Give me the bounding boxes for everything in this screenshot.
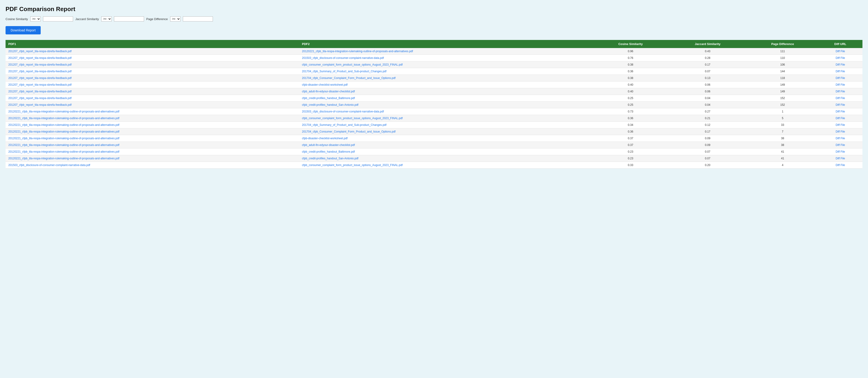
diff-file-link[interactable]: Diff File <box>836 56 845 60</box>
diff-file-link[interactable]: Diff File <box>836 63 845 66</box>
cell-diff-url[interactable]: Diff File <box>818 115 863 122</box>
cell-pdf2[interactable]: 201704_cfpb_Consumer_Complaint_Form_Prod… <box>299 128 593 135</box>
cell-pdf2[interactable]: cfpb_consumer_complaint_form_product_iss… <box>299 61 593 68</box>
cell-diff-url[interactable]: Diff File <box>818 128 863 135</box>
cell-diff-url[interactable]: Diff File <box>818 135 863 142</box>
cell-pdf2[interactable]: 20120221_cfpb_tila-respa-integration-rul… <box>299 48 593 55</box>
cell-pdf2[interactable]: cfpb_credit-profiles_handout_San-Antonio… <box>299 155 593 162</box>
diff-file-link[interactable]: Diff File <box>836 83 845 87</box>
cell-diff-url[interactable]: Diff File <box>818 142 863 148</box>
jaccard-operator-select[interactable]: >= <= = > < <box>101 16 112 22</box>
cell-pdf1[interactable]: 201207_cfpb_report_tila-respa-sbrefa-fee… <box>5 95 299 102</box>
diff-file-link[interactable]: Diff File <box>836 150 845 153</box>
table-row: 201207_cfpb_report_tila-respa-sbrefa-fee… <box>5 81 863 88</box>
cell-pdf1[interactable]: 201207_cfpb_report_tila-respa-sbrefa-fee… <box>5 68 299 75</box>
cosine-value-input[interactable] <box>43 16 73 22</box>
header-diff-url: Diff URL <box>818 40 863 48</box>
diff-file-link[interactable]: Diff File <box>836 49 845 53</box>
cell-diff-url[interactable]: Diff File <box>818 75 863 81</box>
cell-pdf2[interactable]: cfpb-disaster-checklist-worksheet.pdf <box>299 135 593 142</box>
cell-pdf1[interactable]: 20120221_cfpb_tila-respa-integration-rul… <box>5 155 299 162</box>
diff-file-link[interactable]: Diff File <box>836 97 845 100</box>
cell-pdf1[interactable]: 20120221_cfpb_tila-respa-integration-rul… <box>5 122 299 128</box>
cell-page-diff: 4 <box>747 162 818 169</box>
cell-pdf2[interactable]: 201503_cfpb_disclosure-of-consumer-compl… <box>299 108 593 115</box>
cell-pdf2[interactable]: cfpb_credit-profiles_handout_Baltimore.p… <box>299 148 593 155</box>
cell-pdf2[interactable]: 201704_cfpb_Summary_of_Product_and_Sub-p… <box>299 68 593 75</box>
download-report-button[interactable]: Download Report <box>5 26 41 34</box>
diff-file-link[interactable]: Diff File <box>836 103 845 106</box>
cell-pdf1[interactable]: 201207_cfpb_report_tila-respa-sbrefa-fee… <box>5 61 299 68</box>
cell-jaccard: 0.20 <box>668 162 747 169</box>
diff-file-link[interactable]: Diff File <box>836 76 845 80</box>
cell-diff-url[interactable]: Diff File <box>818 81 863 88</box>
cell-pdf2[interactable]: 201704_cfpb_Summary_of_Product_and_Sub-p… <box>299 122 593 128</box>
cell-pdf2[interactable]: cfpb-disaster-checklist-worksheet.pdf <box>299 81 593 88</box>
header-pdf2: PDF2 <box>299 40 593 48</box>
page-diff-operator-select[interactable]: >= <= = > < <box>170 16 181 22</box>
diff-file-link[interactable]: Diff File <box>836 110 845 113</box>
cell-cosine: 0.37 <box>593 135 668 142</box>
cell-pdf2[interactable]: cfpb_consumer_complaint_form_product_iss… <box>299 115 593 122</box>
cell-cosine: 0.23 <box>593 148 668 155</box>
cell-diff-url[interactable]: Diff File <box>818 162 863 169</box>
cell-pdf1[interactable]: 20120221_cfpb_tila-respa-integration-rul… <box>5 108 299 115</box>
cell-pdf1[interactable]: 201207_cfpb_report_tila-respa-sbrefa-fee… <box>5 88 299 95</box>
cell-page-diff: 149 <box>747 81 818 88</box>
cell-diff-url[interactable]: Diff File <box>818 148 863 155</box>
diff-file-link[interactable]: Diff File <box>836 90 845 93</box>
cell-pdf1[interactable]: 20120221_cfpb_tila-respa-integration-rul… <box>5 142 299 148</box>
cell-jaccard: 0.27 <box>668 108 747 115</box>
table-row: 201207_cfpb_report_tila-respa-sbrefa-fee… <box>5 102 863 108</box>
cell-pdf2[interactable]: 201704_cfpb_Consumer_Complaint_Form_Prod… <box>299 75 593 81</box>
cell-cosine: 0.23 <box>593 155 668 162</box>
cell-page-diff: 41 <box>747 148 818 155</box>
cell-diff-url[interactable]: Diff File <box>818 108 863 115</box>
cell-pdf1[interactable]: 20120221_cfpb_tila-respa-integration-rul… <box>5 115 299 122</box>
cell-pdf2[interactable]: cfpb_adult-fin-edyour-disaster-checklist… <box>299 88 593 95</box>
cell-jaccard: 0.06 <box>668 81 747 88</box>
cell-jaccard: 0.17 <box>668 61 747 68</box>
cell-page-diff: 152 <box>747 95 818 102</box>
diff-file-link[interactable]: Diff File <box>836 70 845 73</box>
cell-diff-url[interactable]: Diff File <box>818 88 863 95</box>
cell-pdf1[interactable]: 201207_cfpb_report_tila-respa-sbrefa-fee… <box>5 55 299 61</box>
cell-pdf2[interactable]: cfpb_credit-profiles_handout_San-Antonio… <box>299 102 593 108</box>
cell-cosine: 0.25 <box>593 95 668 102</box>
cell-page-diff: 1 <box>747 108 818 115</box>
diff-file-link[interactable]: Diff File <box>836 137 845 140</box>
cell-pdf1[interactable]: 20120221_cfpb_tila-respa-integration-rul… <box>5 128 299 135</box>
cell-diff-url[interactable]: Diff File <box>818 155 863 162</box>
table-row: 20120221_cfpb_tila-respa-integration-rul… <box>5 115 863 122</box>
cell-pdf1[interactable]: 201207_cfpb_report_tila-respa-sbrefa-fee… <box>5 48 299 55</box>
diff-file-link[interactable]: Diff File <box>836 130 845 133</box>
cell-diff-url[interactable]: Diff File <box>818 95 863 102</box>
jaccard-label: Jaccard Similarity <box>75 17 99 21</box>
jaccard-value-input[interactable] <box>114 16 144 22</box>
page-diff-value-input[interactable] <box>183 16 213 22</box>
cell-diff-url[interactable]: Diff File <box>818 55 863 61</box>
diff-file-link[interactable]: Diff File <box>836 157 845 160</box>
diff-file-link[interactable]: Diff File <box>836 116 845 120</box>
cell-diff-url[interactable]: Diff File <box>818 61 863 68</box>
cell-diff-url[interactable]: Diff File <box>818 68 863 75</box>
diff-file-link[interactable]: Diff File <box>836 164 845 167</box>
cell-pdf1[interactable]: 201207_cfpb_report_tila-respa-sbrefa-fee… <box>5 102 299 108</box>
cell-diff-url[interactable]: Diff File <box>818 102 863 108</box>
cell-pdf1[interactable]: 201503_cfpb_disclosure-of-consumer-compl… <box>5 162 299 169</box>
cell-pdf1[interactable]: 20120221_cfpb_tila-respa-integration-rul… <box>5 135 299 142</box>
cell-pdf2[interactable]: cfpb_consumer_complaint_form_product_iss… <box>299 162 593 169</box>
diff-file-link[interactable]: Diff File <box>836 143 845 147</box>
cell-page-diff: 149 <box>747 88 818 95</box>
cosine-operator-select[interactable]: >= <= = > < <box>30 16 41 22</box>
cell-diff-url[interactable]: Diff File <box>818 122 863 128</box>
diff-file-link[interactable]: Diff File <box>836 123 845 127</box>
cell-pdf1[interactable]: 201207_cfpb_report_tila-respa-sbrefa-fee… <box>5 81 299 88</box>
cell-pdf1[interactable]: 201207_cfpb_report_tila-respa-sbrefa-fee… <box>5 75 299 81</box>
cell-pdf2[interactable]: 201503_cfpb_disclosure-of-consumer-compl… <box>299 55 593 61</box>
cell-pdf1[interactable]: 20120221_cfpb_tila-respa-integration-rul… <box>5 148 299 155</box>
cell-diff-url[interactable]: Diff File <box>818 48 863 55</box>
cell-pdf2[interactable]: cfpb_credit-profiles_handout_Baltimore.p… <box>299 95 593 102</box>
cell-jaccard: 0.12 <box>668 122 747 128</box>
cell-pdf2[interactable]: cfpb_adult-fin-edyour-disaster-checklist… <box>299 142 593 148</box>
